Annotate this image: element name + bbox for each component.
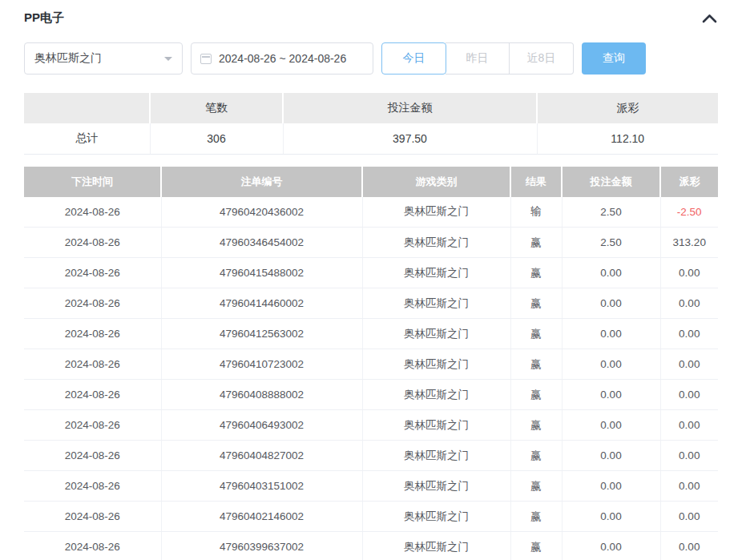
cell-payout: 0.00 — [660, 532, 718, 560]
column-header-payout: 派彩 — [660, 167, 718, 197]
cell-bet-time: 2024-08-26 — [24, 288, 161, 319]
cell-payout: 0.00 — [660, 502, 718, 532]
cell-bet-time: 2024-08-26 — [24, 410, 161, 441]
cell-order-no: 47960346454002 — [161, 228, 362, 258]
column-header-bet-time: 下注时间 — [24, 167, 161, 197]
cell-bet-time: 2024-08-26 — [24, 532, 161, 560]
table-row: 2024-08-2647960420436002奥林匹斯之门输2.50-2.50 — [24, 197, 718, 228]
cell-result: 赢 — [510, 319, 562, 349]
cell-bet-time: 2024-08-26 — [24, 502, 161, 532]
table-row: 2024-08-2647960403151002奥林匹斯之门赢0.000.00 — [24, 471, 718, 502]
cell-bet-amount: 0.00 — [562, 288, 660, 319]
cell-result: 输 — [510, 197, 562, 228]
cell-bet-amount: 0.00 — [562, 532, 660, 560]
summary-header-bet-amount: 投注金额 — [283, 93, 537, 123]
cell-payout: 0.00 — [660, 349, 718, 380]
cell-result: 赢 — [510, 349, 562, 380]
summary-total-row: 总计 306 397.50 112.10 — [24, 123, 718, 154]
summary-total-bet-amount: 397.50 — [283, 123, 537, 154]
summary-header-count: 笔数 — [150, 93, 283, 123]
cell-bet-amount: 0.00 — [562, 349, 660, 380]
cell-result: 赢 — [510, 258, 562, 288]
summary-header-blank — [24, 93, 150, 123]
collapse-button[interactable] — [700, 10, 718, 27]
cell-result: 赢 — [510, 532, 562, 560]
column-header-order-no: 注单编号 — [161, 167, 362, 197]
cell-game-type: 奥林匹斯之门 — [362, 349, 510, 380]
summary-total-payout: 112.10 — [537, 123, 718, 154]
cell-order-no: 47960399637002 — [161, 532, 362, 560]
cell-game-type: 奥林匹斯之门 — [362, 471, 510, 502]
summary-total-label: 总计 — [24, 123, 150, 154]
cell-game-type: 奥林匹斯之门 — [362, 441, 510, 471]
cell-game-type: 奥林匹斯之门 — [362, 288, 510, 319]
cell-result: 赢 — [510, 502, 562, 532]
column-header-game-type: 游戏类别 — [362, 167, 510, 197]
cell-bet-amount: 2.50 — [562, 228, 660, 258]
chevron-up-icon — [702, 14, 717, 23]
chevron-down-icon — [164, 57, 172, 65]
cell-order-no: 47960415488002 — [161, 258, 362, 288]
cell-bet-amount: 0.00 — [562, 380, 660, 410]
summary-total-count: 306 — [150, 123, 283, 154]
summary-header-row: 笔数 投注金额 派彩 — [24, 93, 718, 123]
table-row: 2024-08-2647960346454002奥林匹斯之门赢2.50313.2… — [24, 228, 718, 258]
date-range-input[interactable]: 2024-08-26 ~ 2024-08-26 — [191, 42, 373, 75]
cell-payout: 0.00 — [660, 380, 718, 410]
cell-game-type: 奥林匹斯之门 — [362, 228, 510, 258]
cell-game-type: 奥林匹斯之门 — [362, 502, 510, 532]
summary-table: 笔数 投注金额 派彩 总计 306 397.50 112.10 — [24, 93, 718, 155]
cell-bet-amount: 0.00 — [562, 410, 660, 441]
today-button[interactable]: 今日 — [381, 42, 446, 75]
cell-bet-time: 2024-08-26 — [24, 349, 161, 380]
records-header-row: 下注时间注单编号游戏类别结果投注金额派彩 — [24, 167, 718, 197]
cell-bet-amount: 0.00 — [562, 471, 660, 502]
yesterday-button[interactable]: 昨日 — [446, 42, 510, 75]
table-row: 2024-08-2647960404827002奥林匹斯之门赢0.000.00 — [24, 441, 718, 471]
last-8-days-button[interactable]: 近8日 — [510, 42, 574, 75]
search-button[interactable]: 查询 — [582, 42, 646, 75]
summary-header-payout: 派彩 — [537, 93, 718, 123]
cell-payout: 0.00 — [660, 441, 718, 471]
cell-result: 赢 — [510, 471, 562, 502]
game-select[interactable]: 奥林匹斯之门 — [24, 42, 183, 75]
pp-electronics-panel: PP电子 奥林匹斯之门 2024-08-26 ~ 2024-08-26 今日 昨… — [0, 0, 742, 560]
cell-bet-amount: 0.00 — [562, 319, 660, 349]
cell-bet-amount: 0.00 — [562, 441, 660, 471]
cell-bet-time: 2024-08-26 — [24, 258, 161, 288]
cell-order-no: 47960412563002 — [161, 319, 362, 349]
panel-header: PP电子 — [24, 0, 718, 26]
cell-bet-time: 2024-08-26 — [24, 228, 161, 258]
cell-order-no: 47960408888002 — [161, 380, 362, 410]
cell-game-type: 奥林匹斯之门 — [362, 532, 510, 560]
cell-bet-time: 2024-08-26 — [24, 197, 161, 228]
calendar-icon — [200, 54, 212, 64]
cell-order-no: 47960410723002 — [161, 349, 362, 380]
table-row: 2024-08-2647960414460002奥林匹斯之门赢0.000.00 — [24, 288, 718, 319]
cell-result: 赢 — [510, 228, 562, 258]
cell-game-type: 奥林匹斯之门 — [362, 380, 510, 410]
cell-order-no: 47960403151002 — [161, 471, 362, 502]
filter-bar: 奥林匹斯之门 2024-08-26 ~ 2024-08-26 今日 昨日 近8日… — [24, 42, 718, 75]
cell-game-type: 奥林匹斯之门 — [362, 319, 510, 349]
table-row: 2024-08-2647960410723002奥林匹斯之门赢0.000.00 — [24, 349, 718, 380]
table-row: 2024-08-2647960408888002奥林匹斯之门赢0.000.00 — [24, 380, 718, 410]
cell-result: 赢 — [510, 410, 562, 441]
records-tbody: 2024-08-2647960420436002奥林匹斯之门输2.50-2.50… — [24, 197, 718, 560]
cell-bet-time: 2024-08-26 — [24, 319, 161, 349]
cell-result: 赢 — [510, 380, 562, 410]
cell-payout: -2.50 — [660, 197, 718, 228]
date-range-value: 2024-08-26 ~ 2024-08-26 — [219, 52, 346, 65]
cell-payout: 0.00 — [660, 410, 718, 441]
cell-order-no: 47960406493002 — [161, 410, 362, 441]
cell-payout: 313.20 — [660, 228, 718, 258]
game-select-value: 奥林匹斯之门 — [34, 51, 102, 66]
cell-bet-amount: 0.00 — [562, 502, 660, 532]
column-header-result: 结果 — [510, 167, 562, 197]
cell-payout: 0.00 — [660, 288, 718, 319]
cell-order-no: 47960420436002 — [161, 197, 362, 228]
table-row: 2024-08-2647960406493002奥林匹斯之门赢0.000.00 — [24, 410, 718, 441]
cell-game-type: 奥林匹斯之门 — [362, 197, 510, 228]
quick-range-button-group: 今日 昨日 近8日 — [381, 42, 574, 75]
table-row: 2024-08-2647960399637002奥林匹斯之门赢0.000.00 — [24, 532, 718, 560]
